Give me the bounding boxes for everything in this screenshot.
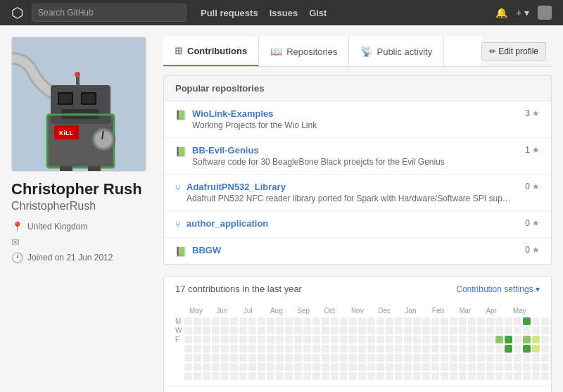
day-cell[interactable]	[276, 317, 284, 325]
day-cell[interactable]	[495, 327, 503, 334]
day-cell[interactable]	[422, 372, 430, 380]
day-cell[interactable]	[184, 345, 192, 353]
user-avatar-small[interactable]	[538, 6, 552, 20]
day-cell[interactable]	[514, 336, 521, 343]
edit-profile-button[interactable]: ✏ Edit profile	[481, 42, 546, 61]
day-cell[interactable]	[395, 345, 403, 353]
day-cell[interactable]	[303, 363, 311, 371]
tab-repositories[interactable]: 📖 Repositories	[259, 37, 349, 66]
day-cell[interactable]	[541, 354, 549, 362]
day-cell[interactable]	[459, 354, 467, 362]
day-cell[interactable]	[422, 354, 430, 362]
day-cell[interactable]	[312, 345, 320, 353]
day-cell[interactable]	[239, 354, 247, 362]
day-cell[interactable]	[267, 372, 274, 380]
day-cell[interactable]	[514, 327, 521, 334]
day-cell[interactable]	[294, 317, 302, 325]
day-cell[interactable]	[514, 317, 521, 325]
day-cell[interactable]	[331, 345, 339, 353]
day-cell[interactable]	[367, 336, 375, 343]
day-cell[interactable]	[230, 372, 238, 380]
repo-name-link[interactable]: AdafruitPN532_Library	[186, 182, 286, 192]
day-cell[interactable]	[267, 354, 274, 362]
day-cell[interactable]	[413, 345, 421, 353]
day-cell[interactable]	[431, 345, 439, 353]
day-cell[interactable]	[505, 372, 512, 380]
day-cell[interactable]	[386, 317, 393, 325]
day-cell[interactable]	[532, 336, 540, 343]
day-cell[interactable]	[184, 372, 192, 380]
day-cell[interactable]	[349, 363, 357, 371]
day-cell[interactable]	[395, 327, 403, 334]
day-cell[interactable]	[377, 345, 384, 353]
day-cell[interactable]	[422, 317, 430, 325]
day-cell[interactable]	[349, 345, 357, 353]
day-cell[interactable]	[495, 317, 503, 325]
day-cell[interactable]	[450, 345, 457, 353]
day-cell[interactable]	[358, 363, 366, 371]
day-cell[interactable]	[441, 354, 448, 362]
day-cell[interactable]	[221, 354, 229, 362]
day-cell[interactable]	[322, 363, 329, 371]
day-cell[interactable]	[486, 317, 494, 325]
day-cell[interactable]	[459, 336, 467, 343]
day-cell[interactable]	[541, 336, 549, 343]
bell-icon[interactable]: 🔔	[495, 7, 507, 18]
plus-icon[interactable]: + ▾	[516, 7, 529, 18]
day-cell[interactable]	[450, 317, 457, 325]
day-cell[interactable]	[194, 327, 201, 334]
day-cell[interactable]	[194, 336, 201, 343]
day-cell[interactable]	[340, 372, 348, 380]
day-cell[interactable]	[239, 317, 247, 325]
day-cell[interactable]	[505, 317, 512, 325]
day-cell[interactable]	[230, 317, 238, 325]
day-cell[interactable]	[294, 372, 302, 380]
day-cell[interactable]	[203, 363, 210, 371]
day-cell[interactable]	[523, 372, 531, 380]
day-cell[interactable]	[486, 363, 494, 371]
day-cell[interactable]	[194, 372, 201, 380]
day-cell[interactable]	[221, 317, 229, 325]
day-cell[interactable]	[495, 345, 503, 353]
day-cell[interactable]	[276, 345, 284, 353]
day-cell[interactable]	[404, 327, 412, 334]
day-cell[interactable]	[505, 345, 512, 353]
day-cell[interactable]	[312, 354, 320, 362]
day-cell[interactable]	[550, 372, 551, 380]
day-cell[interactable]	[285, 345, 293, 353]
day-cell[interactable]	[303, 317, 311, 325]
day-cell[interactable]	[322, 336, 329, 343]
day-cell[interactable]	[230, 354, 238, 362]
day-cell[interactable]	[267, 363, 274, 371]
day-cell[interactable]	[514, 363, 521, 371]
day-cell[interactable]	[194, 317, 201, 325]
day-cell[interactable]	[386, 363, 393, 371]
day-cell[interactable]	[276, 372, 284, 380]
day-cell[interactable]	[294, 363, 302, 371]
day-cell[interactable]	[377, 327, 384, 334]
day-cell[interactable]	[221, 336, 229, 343]
day-cell[interactable]	[459, 327, 467, 334]
day-cell[interactable]	[294, 336, 302, 343]
day-cell[interactable]	[377, 354, 384, 362]
day-cell[interactable]	[230, 327, 238, 334]
day-cell[interactable]	[184, 354, 192, 362]
day-cell[interactable]	[184, 317, 192, 325]
day-cell[interactable]	[550, 327, 551, 334]
day-cell[interactable]	[203, 354, 210, 362]
day-cell[interactable]	[377, 336, 384, 343]
day-cell[interactable]	[340, 354, 348, 362]
day-cell[interactable]	[514, 372, 521, 380]
day-cell[interactable]	[184, 363, 192, 371]
day-cell[interactable]	[203, 345, 210, 353]
day-cell[interactable]	[404, 372, 412, 380]
day-cell[interactable]	[212, 372, 220, 380]
day-cell[interactable]	[331, 372, 339, 380]
day-cell[interactable]	[276, 363, 284, 371]
day-cell[interactable]	[431, 363, 439, 371]
day-cell[interactable]	[248, 317, 256, 325]
day-cell[interactable]	[276, 336, 284, 343]
day-cell[interactable]	[495, 372, 503, 380]
day-cell[interactable]	[450, 327, 457, 334]
day-cell[interactable]	[303, 372, 311, 380]
